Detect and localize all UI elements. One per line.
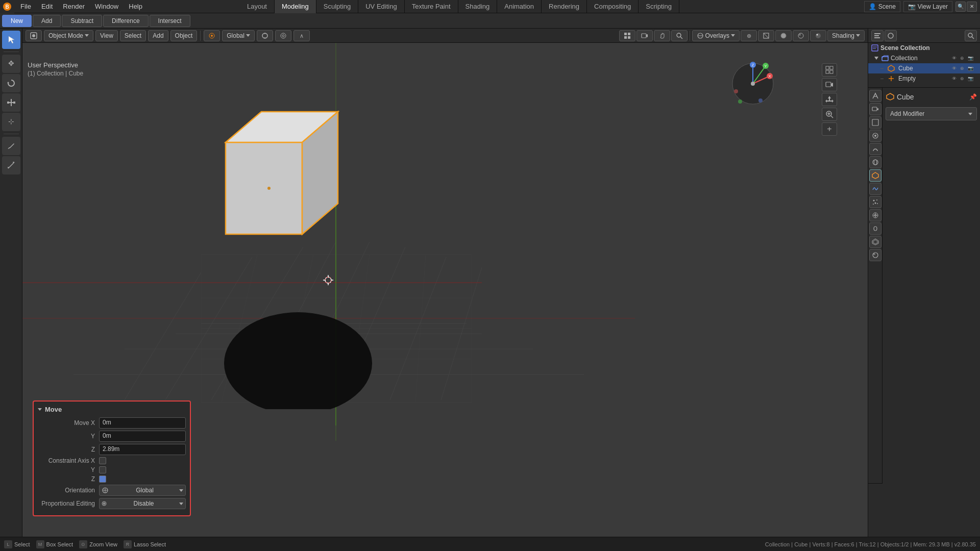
proportional-select[interactable]: Disable [99, 498, 186, 509]
prop-view-tab[interactable] [869, 130, 881, 142]
viewport-type-button[interactable] [26, 30, 42, 41]
snap-increment-button[interactable]: ∧ [293, 30, 310, 41]
select-menu-button[interactable]: Select [120, 30, 146, 41]
transform-tool-button[interactable]: ⊹ [2, 113, 20, 131]
prop-physics-tab[interactable] [869, 209, 881, 221]
prop-scene-tab[interactable] [869, 90, 881, 102]
overlays-button[interactable]: Overlays [692, 30, 740, 41]
prop-world-tab[interactable] [869, 156, 881, 168]
cube-visibility-icon[interactable]: 👁 [950, 65, 958, 72]
cube-select-icon[interactable]: ⊕ [959, 65, 966, 72]
prop-constraints-tab[interactable] [869, 222, 881, 235]
prop-particles-tab[interactable] [869, 196, 881, 208]
add-button[interactable]: Add [33, 15, 61, 27]
viewport-canvas[interactable]: User Perspective (1) Collection | Cube X… [22, 43, 868, 537]
pan-button[interactable] [822, 93, 837, 106]
subtract-button[interactable]: Subtract [62, 15, 102, 27]
camera-view-button[interactable] [636, 30, 653, 41]
tab-sculpting[interactable]: Sculpting [316, 0, 358, 13]
viewport-display-button[interactable] [619, 30, 635, 41]
tab-rendering[interactable]: Rendering [542, 0, 587, 13]
viewport-shading-material[interactable] [793, 30, 809, 41]
empty-visibility-icon[interactable]: 👁 [950, 75, 958, 82]
empty-render-icon[interactable]: 📷 [967, 75, 974, 82]
empty-select-icon[interactable]: ⊕ [959, 75, 966, 82]
search-viewport[interactable] [671, 30, 688, 41]
viewport-shading-solid[interactable] [775, 30, 792, 41]
grid-view-button[interactable] [822, 63, 837, 77]
object-mode-button[interactable]: Object Mode [44, 30, 93, 41]
menu-edit[interactable]: Edit [36, 0, 58, 13]
prop-modifier-tab[interactable] [869, 183, 881, 195]
intersect-button[interactable]: Intersect [150, 15, 190, 27]
tab-uv-editing[interactable]: UV Editing [358, 0, 404, 13]
zoom-button[interactable] [822, 108, 837, 121]
add-modifier-button[interactable]: Add Modifier [886, 107, 977, 120]
prop-output-tab[interactable] [869, 116, 881, 129]
menu-window[interactable]: Window [90, 0, 124, 13]
cube-render-icon[interactable]: 📷 [967, 65, 974, 72]
move-panel-toggle[interactable] [38, 408, 42, 411]
prop-material-tab[interactable] [869, 249, 881, 261]
menu-file[interactable]: File [15, 0, 36, 13]
rotate-tool-button[interactable] [2, 74, 20, 92]
tab-scripting[interactable]: Scripting [639, 0, 679, 13]
menu-help[interactable]: Help [124, 0, 148, 13]
move-x-input[interactable]: 0m [99, 417, 186, 429]
prop-scene2-tab[interactable] [869, 143, 881, 155]
plus-gizmo[interactable]: + [822, 122, 837, 136]
measure-tool-button[interactable] [2, 156, 20, 174]
cube-scene-item[interactable]: Cube 👁 ⊕ 📷 [868, 63, 980, 73]
proportional-edit-toggle[interactable] [275, 30, 291, 41]
window-close-button[interactable]: ✕ [967, 2, 977, 12]
scene-collection-header[interactable]: Scene Collection [868, 43, 980, 53]
tab-animation[interactable]: Animation [497, 0, 542, 13]
viewport-3d[interactable]: Object Mode View Select Add Object Globa… [22, 29, 868, 537]
shading-dropdown[interactable]: Shading [827, 30, 865, 41]
select-tool-button[interactable] [2, 31, 20, 49]
tab-layout[interactable]: Layout [240, 0, 275, 13]
tab-modeling[interactable]: Modeling [275, 0, 316, 13]
navigation-gizmo[interactable]: X Y Z [730, 61, 776, 107]
blender-logo[interactable]: B [0, 0, 14, 13]
outliner-toggle[interactable] [871, 30, 884, 41]
view-layer-selector[interactable]: 📷 View Layer [903, 1, 952, 12]
prop-object-tab[interactable] [869, 169, 881, 182]
constraint-x-checkbox[interactable] [99, 457, 106, 464]
camera-button[interactable] [822, 78, 837, 91]
empty-scene-item[interactable]: Empty 👁 ⊕ 📷 [868, 73, 980, 84]
collection-visibility-icon[interactable]: 👁 [950, 55, 958, 62]
gizmo-toggle[interactable]: ⊕ [741, 30, 757, 41]
scene-selector[interactable]: 👤 Scene [864, 1, 900, 12]
properties-toggle[interactable] [885, 30, 897, 41]
move-z-input[interactable]: 2.89m [99, 444, 186, 455]
constraint-y-checkbox[interactable] [99, 466, 106, 473]
annotate-tool-button[interactable] [2, 137, 20, 155]
object-menu-button[interactable]: Object [170, 30, 198, 41]
collection-item[interactable]: Collection 👁 ⊕ 📷 [868, 53, 980, 63]
move-y-input[interactable]: 0m [99, 431, 186, 442]
move-tool-button[interactable]: ✥ [2, 55, 20, 73]
panel-search-button[interactable] [965, 30, 977, 41]
difference-button[interactable]: Difference [103, 15, 148, 27]
scale-tool-button[interactable] [2, 93, 20, 112]
orientation-select[interactable]: Global [99, 485, 186, 496]
tab-texture-paint[interactable]: Texture Paint [405, 0, 458, 13]
move-panel-header[interactable]: Move [38, 406, 186, 413]
collection-cursor-icon[interactable]: ⊕ [959, 55, 966, 62]
collection-render-icon[interactable]: 📷 [967, 55, 974, 62]
properties-pin[interactable]: 📌 [969, 93, 977, 101]
prop-data-tab[interactable] [869, 236, 881, 248]
hand-tool[interactable] [654, 30, 670, 41]
prop-render-tab[interactable] [869, 103, 881, 115]
snap-toggle[interactable] [257, 30, 273, 41]
constraint-z-checkbox[interactable] [99, 475, 106, 483]
menu-render[interactable]: Render [58, 0, 90, 13]
search-button[interactable]: 🔍 [955, 2, 966, 12]
add-menu-button[interactable]: Add [148, 30, 168, 41]
pivot-point-button[interactable] [204, 30, 220, 41]
new-button[interactable]: New [2, 15, 32, 27]
transform-orientation-button[interactable]: Global [222, 30, 255, 41]
viewport-shading-render[interactable] [810, 30, 826, 41]
tab-compositing[interactable]: Compositing [587, 0, 639, 13]
